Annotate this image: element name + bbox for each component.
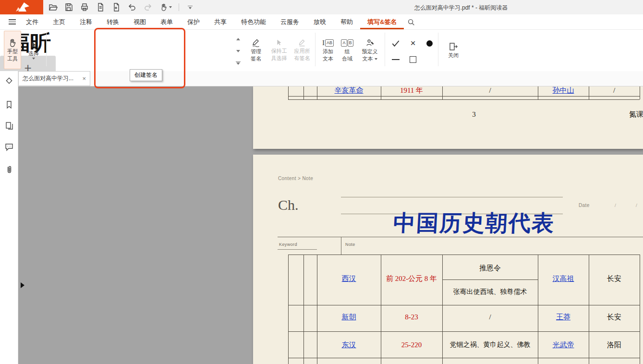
signature-gallery-expand-button[interactable] [234,58,242,68]
customize-toolbar-icon[interactable] [185,2,195,12]
menu-cloud[interactable]: 云服务 [273,14,306,29]
page-title: 中国历史朝代表 [348,208,599,238]
dynasty-link[interactable]: 新朝 [317,312,381,322]
keep-tool-selected-button: 保持工 具选择 [268,31,290,69]
menu-share[interactable]: 共享 [207,14,234,29]
redo-icon[interactable] [143,2,153,12]
date-label: Date [579,203,590,208]
menu-home[interactable]: 主页 [46,14,73,29]
sidebar-expand-arrow[interactable] [21,282,24,288]
menu-file[interactable]: 文件 [19,14,46,29]
save-icon[interactable] [64,2,73,12]
open-file-icon[interactable] [48,2,58,12]
select-caret-icon [32,58,35,60]
menu-present[interactable]: 放映 [306,14,333,29]
attachments-panel-icon[interactable] [4,165,14,174]
grid-line [288,96,640,97]
window-title: 怎么面对高中学习.pdf * - 福昕阅读器 [307,4,615,12]
founder-link[interactable]: 孙中山 [538,86,589,95]
print-icon[interactable] [80,2,89,12]
ribbon-separator [315,33,315,66]
combine-field-button[interactable]: AB 组 合域 [338,31,356,69]
grid-line [303,255,304,364]
annotate-icon[interactable] [4,76,14,85]
bookmark-icon[interactable] [4,100,14,109]
note-text: 党锢之祸、黄巾起义、佛教 [442,340,538,350]
founder-link[interactable]: 王莽 [538,312,589,322]
grid-line [640,86,640,99]
create-signature-tooltip: 创建签名 [130,69,162,81]
cursor-icon [29,41,38,49]
note-text: / [442,312,538,322]
cross-stamp-button[interactable]: × [406,36,420,50]
menu-comment[interactable]: 注释 [73,14,99,29]
dynasty-link[interactable]: 西汉 [317,274,381,283]
signature-scroll-up-button[interactable] [234,34,242,44]
predefined-caret-icon [375,58,377,60]
close-fill-sign-button[interactable]: 关闭 [442,31,465,69]
check-stamp-button[interactable] [389,36,402,50]
manage-signature-button[interactable]: 管理 签名 [246,31,266,69]
dynasty-link[interactable]: 辛亥革命 [317,86,381,95]
select-tool-button[interactable]: 选择 [24,31,43,69]
ribbon-separator [438,33,438,66]
capital-text: 长安 [589,274,640,283]
grid-line [288,99,640,100]
dot-stamp-button[interactable] [423,36,436,50]
predefined-text-button[interactable]: 预定义 文本 [357,31,382,69]
new-doc-icon[interactable] [111,2,121,12]
undo-icon[interactable] [127,2,137,12]
line-stamp-button[interactable] [389,53,402,66]
document-tab-bar: 怎么面对高中学习... × [18,71,643,86]
grid-line [278,237,643,237]
predefined-text-icon [365,38,375,48]
comments-panel-icon[interactable] [4,142,14,152]
title-bar: 怎么面对高中学习.pdf * - 福昕阅读器 [0,0,643,14]
hand-tool-button[interactable]: 手型 工具 [4,31,21,69]
grid-line [341,237,341,255]
date-slash: / [636,203,637,208]
menu-help[interactable]: 帮助 [333,14,360,29]
grid-line [288,305,640,305]
print-page-icon[interactable] [96,2,105,12]
add-text-button[interactable]: IAB 添加 文本 [318,31,338,69]
square-stamp-button[interactable] [406,53,420,66]
signature-scroll-down-button[interactable] [234,46,242,56]
grid-line [288,255,640,255]
hamburger-menu-icon[interactable] [9,19,16,24]
period-text: 25-220 [381,340,442,350]
page-number: 3 [460,109,488,119]
search-icon[interactable] [407,18,415,26]
tab-close-icon[interactable]: × [82,75,86,82]
founder-link[interactable]: 光武帝 [538,340,589,350]
grid-line [278,249,317,250]
toolbar-separator [179,3,179,11]
menu-features[interactable]: 特色功能 [234,14,273,29]
capital-text: / [589,86,640,95]
period-text: 1911 年 [381,86,442,95]
keyword-label: Keyword [279,242,297,247]
menu-protect[interactable]: 保护 [180,14,207,29]
ribbon-separator [385,33,385,66]
pages-panel-icon[interactable] [4,121,14,131]
menu-convert[interactable]: 转换 [99,14,126,29]
menu-bar: 文件 主页 注释 转换 视图 表单 保护 共享 特色功能 云服务 放映 帮助 填… [0,14,643,30]
app-window: 怎么面对高中学习.pdf * - 福昕阅读器 文件 主页 注释 转换 视图 表单… [0,0,643,364]
menu-view[interactable]: 视图 [126,14,153,29]
date-slash: / [615,203,616,208]
keep-tool-icon [275,38,283,47]
hand-mode-icon[interactable] [159,2,172,12]
menu-fill-sign[interactable]: 填写&签名 [360,14,404,29]
manage-signature-icon [251,38,261,48]
note-text: 张骞出使西域、独尊儒术 [442,287,538,297]
document-tab[interactable]: 怎么面对高中学习... × [18,71,90,86]
period-text: 前 202-公元 8 年 [381,274,442,283]
foxit-logo-icon [0,0,43,14]
grid-line [288,86,289,99]
founder-link[interactable]: 汉高祖 [538,274,589,283]
clipped-edge-text: 氮课 [629,109,643,119]
dynasty-link[interactable]: 东汉 [317,340,381,350]
grid-line [640,255,640,364]
ribbon-separator [46,33,47,66]
menu-form[interactable]: 表单 [153,14,180,29]
